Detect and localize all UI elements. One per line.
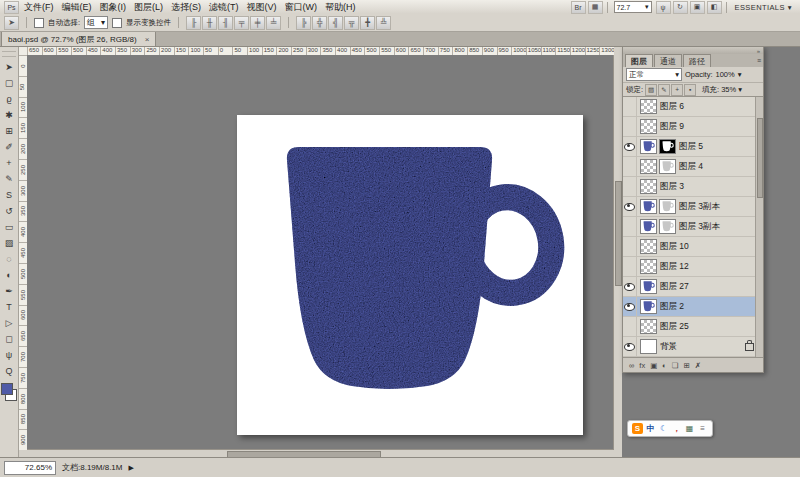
- distribute-icon[interactable]: ╋: [360, 16, 375, 30]
- menu-item[interactable]: 文件(F): [20, 1, 58, 14]
- status-menu-icon[interactable]: ▶: [128, 464, 133, 472]
- mug-thumbnail[interactable]: [640, 279, 657, 294]
- align-icon[interactable]: ╫: [202, 16, 217, 30]
- eyedropper-tool[interactable]: ✐: [1, 139, 17, 155]
- zoom-level-field[interactable]: 72.7 ▾: [614, 1, 652, 13]
- shape-tool[interactable]: ◻: [1, 331, 17, 347]
- status-zoom-field[interactable]: 72.65%: [4, 461, 56, 475]
- mug-thumbnail[interactable]: [640, 219, 657, 234]
- zoom-tool[interactable]: Q: [1, 363, 17, 379]
- hand-tool[interactable]: ψ: [1, 347, 17, 363]
- healing-brush-tool[interactable]: +: [1, 155, 17, 171]
- layer-row[interactable]: 图层 10: [623, 237, 763, 257]
- checker-thumbnail[interactable]: [640, 99, 657, 114]
- layer-name[interactable]: 图层 4: [679, 161, 754, 173]
- visibility-toggle[interactable]: [623, 237, 637, 256]
- distribute-icon[interactable]: ╩: [376, 16, 391, 30]
- align-icon[interactable]: ╤: [234, 16, 249, 30]
- lock-transparency-icon[interactable]: ▨: [645, 84, 657, 96]
- ime-keyboard-icon[interactable]: ▦: [684, 423, 695, 434]
- dodge-tool[interactable]: ◐: [1, 267, 17, 283]
- mug-thumbnail[interactable]: [640, 299, 657, 314]
- quick-selection-tool[interactable]: ✱: [1, 107, 17, 123]
- layer-name[interactable]: 图层 6: [660, 101, 754, 113]
- menu-item[interactable]: 窗口(W): [281, 1, 322, 14]
- ime-menu-icon[interactable]: ≡: [697, 423, 708, 434]
- layer-row[interactable]: 图层 2: [623, 297, 763, 317]
- toolbox-grip[interactable]: [2, 51, 16, 57]
- vertical-scrollbar[interactable]: [613, 55, 622, 450]
- opacity-value[interactable]: 100%: [716, 70, 735, 79]
- visibility-toggle[interactable]: [623, 297, 637, 316]
- checker-thumbnail[interactable]: [640, 259, 657, 274]
- layer-row[interactable]: 图层 25: [623, 317, 763, 337]
- distribute-icon[interactable]: ╣: [328, 16, 343, 30]
- panel-tab[interactable]: 图层: [625, 54, 653, 67]
- hand-tool-icon[interactable]: ψ: [656, 1, 671, 14]
- auto-select-checkbox[interactable]: [34, 18, 44, 28]
- ime-punct-icon[interactable]: ，: [671, 423, 682, 434]
- ime-halfwidth-icon[interactable]: ☾: [658, 423, 669, 434]
- brush-tool[interactable]: ✎: [1, 171, 17, 187]
- layer-row[interactable]: 图层 4: [623, 157, 763, 177]
- visibility-toggle[interactable]: [623, 317, 637, 336]
- distribute-icon[interactable]: ╬: [312, 16, 327, 30]
- eraser-tool[interactable]: ▭: [1, 219, 17, 235]
- ime-mode-icon[interactable]: 中: [645, 423, 656, 434]
- distribute-icon[interactable]: ╦: [344, 16, 359, 30]
- menu-item[interactable]: 图层(L): [130, 1, 167, 14]
- visibility-toggle[interactable]: [623, 137, 637, 156]
- pen-tool[interactable]: ✒: [1, 283, 17, 299]
- layer-row[interactable]: 图层 3副本: [623, 197, 763, 217]
- menu-item[interactable]: 图象(I): [96, 1, 131, 14]
- layer-name[interactable]: 图层 3副本: [679, 221, 754, 233]
- lock-all-icon[interactable]: ▪: [684, 84, 696, 96]
- visibility-toggle[interactable]: [623, 157, 637, 176]
- lasso-tool[interactable]: ϱ: [1, 91, 17, 107]
- align-icon[interactable]: ╧: [266, 16, 281, 30]
- type-tool[interactable]: T: [1, 299, 17, 315]
- workspace-switcher[interactable]: ESSENTIALS ▾: [730, 3, 797, 12]
- add-mask-icon[interactable]: ▣: [650, 359, 657, 372]
- mug-thumbnail[interactable]: [640, 199, 657, 214]
- mask-white-thumbnail[interactable]: [659, 219, 676, 234]
- layer-name[interactable]: 背景: [660, 341, 745, 353]
- new-layer-icon[interactable]: ⊞: [684, 359, 690, 372]
- visibility-toggle[interactable]: [623, 117, 637, 136]
- layer-name[interactable]: 图层 27: [660, 281, 754, 293]
- align-icon[interactable]: ╪: [250, 16, 265, 30]
- lock-position-icon[interactable]: +: [671, 84, 683, 96]
- layer-name[interactable]: 图层 25: [660, 321, 754, 333]
- foreground-color-swatch[interactable]: [1, 383, 13, 395]
- menu-item[interactable]: 编辑(E): [58, 1, 96, 14]
- menu-item[interactable]: 滤镜(T): [205, 1, 243, 14]
- layer-name[interactable]: 图层 3副本: [679, 201, 754, 213]
- sogou-logo-icon[interactable]: S: [632, 423, 643, 434]
- mask-white-thumbnail[interactable]: [659, 199, 676, 214]
- menu-item[interactable]: 帮助(H): [321, 1, 360, 14]
- layer-row[interactable]: 图层 5: [623, 137, 763, 157]
- visibility-toggle[interactable]: [623, 277, 637, 296]
- panel-menu-icon[interactable]: ≡: [757, 57, 761, 64]
- path-selection-tool[interactable]: ▷: [1, 315, 17, 331]
- document-tab[interactable]: baoi.psd @ 72.7% (图层 26, RGB/8) ×: [1, 31, 156, 46]
- align-icon[interactable]: ╢: [218, 16, 233, 30]
- crop-tool[interactable]: ⊞: [1, 123, 17, 139]
- screen-mode-icon[interactable]: ◧: [707, 1, 722, 14]
- layer-row[interactable]: 图层 3副本: [623, 217, 763, 237]
- canvas-viewport[interactable]: [27, 55, 614, 450]
- layer-name[interactable]: 图层 3: [660, 181, 754, 193]
- canvas-page[interactable]: [237, 115, 583, 435]
- link-layers-icon[interactable]: ∞: [629, 359, 634, 372]
- layer-name[interactable]: 图层 12: [660, 261, 754, 273]
- menu-item[interactable]: 视图(V): [243, 1, 281, 14]
- layer-row[interactable]: 图层 6: [623, 97, 763, 117]
- checker-thumbnail[interactable]: [640, 179, 657, 194]
- checker-thumbnail[interactable]: [640, 319, 657, 334]
- layer-name[interactable]: 图层 2: [660, 301, 754, 313]
- layer-style-icon[interactable]: fx: [639, 359, 645, 372]
- bridge-icon[interactable]: Br: [571, 1, 586, 14]
- align-icon[interactable]: ╟: [186, 16, 201, 30]
- collapse-panels-icon[interactable]: »: [757, 48, 760, 54]
- mask-black-thumbnail[interactable]: [659, 139, 676, 154]
